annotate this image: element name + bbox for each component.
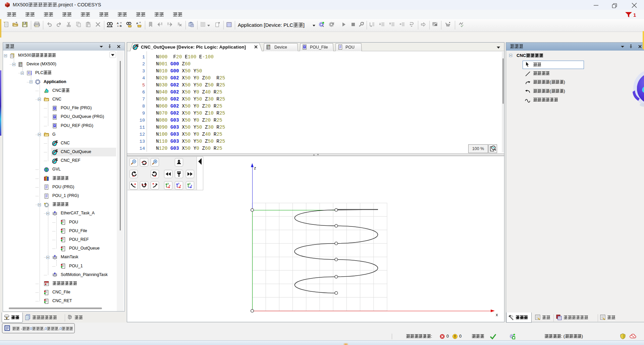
svg-text:A: A (117, 22, 119, 25)
svg-text:y: y (189, 182, 191, 185)
svg-text:G: G (56, 140, 58, 144)
svg-text:A: A (136, 22, 138, 25)
svg-text:G: G (136, 44, 139, 48)
svg-text:G: G (56, 149, 58, 153)
svg-text:z: z (191, 184, 192, 187)
svg-text:B: B (120, 24, 122, 27)
svg-text:z: z (178, 182, 179, 185)
svg-text:x: x (169, 184, 170, 187)
svg-text:1: 1 (633, 12, 636, 18)
svg-text:G: G (56, 158, 58, 161)
svg-text:y: y (167, 182, 169, 185)
svg-text:z: z (254, 165, 256, 170)
svg-text:x: x (496, 312, 498, 317)
svg-text:x: x (180, 184, 181, 187)
